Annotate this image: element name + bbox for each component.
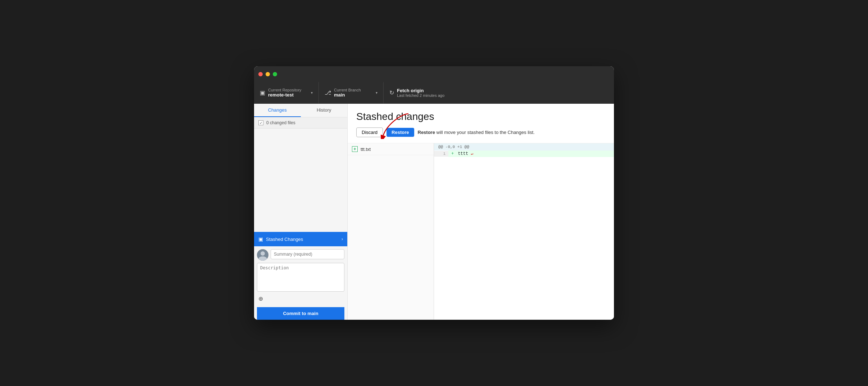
sidebar-tabs: Changes History <box>254 104 347 117</box>
commit-button[interactable]: Commit to main <box>257 307 344 320</box>
close-button[interactable] <box>258 72 263 76</box>
diff-file-item[interactable]: + ttt.txt <box>348 143 434 155</box>
repo-name: remote-test <box>268 92 301 98</box>
sidebar: Changes History ✓ 0 changed files ▣ Stas… <box>254 104 348 320</box>
diff-file-list: + ttt.txt <box>348 143 434 320</box>
restore-button[interactable]: Restore <box>386 128 414 137</box>
diff-content: @@ -0,0 +1 @@ 1 + tttt ↵ <box>434 143 614 320</box>
branch-chevron-icon: ▾ <box>376 91 378 95</box>
repo-icon: ▣ <box>260 89 265 96</box>
stashed-changes-title: Stashed changes <box>356 111 605 122</box>
restore-description: Restore will move your stashed files to … <box>418 130 535 135</box>
diff-line-text: tttt <box>458 151 468 156</box>
commit-description-textarea[interactable] <box>257 263 344 292</box>
commit-area: ⊕ Commit to main <box>254 246 347 320</box>
select-all-checkbox[interactable]: ✓ <box>258 120 263 125</box>
changed-files-bar: ✓ 0 changed files <box>254 117 347 129</box>
stash-arrow-icon: › <box>342 237 343 242</box>
diff-line-content: + tttt ↵ <box>448 151 614 157</box>
content-header: Stashed changes Discard Restore Restore … <box>348 104 614 143</box>
svg-point-1 <box>261 251 265 256</box>
titlebar <box>254 66 614 82</box>
fetch-label: Fetch origin <box>397 88 444 93</box>
toolbar: ▣ Current Repository remote-test ▾ ⎇ Cur… <box>254 82 614 104</box>
branch-label: Current Branch <box>334 88 361 92</box>
maximize-button[interactable] <box>273 72 277 76</box>
fetch-sub-label: Last fetched 2 minutes ago <box>397 93 444 98</box>
repo-chevron-icon: ▾ <box>311 91 313 95</box>
repo-label: Current Repository <box>268 88 301 92</box>
add-coauthor-button[interactable]: ⊕ <box>257 294 344 304</box>
stashed-changes-label: Stashed Changes <box>266 237 303 242</box>
minimize-button[interactable] <box>266 72 270 76</box>
current-repository-section[interactable]: ▣ Current Repository remote-test ▾ <box>254 82 319 103</box>
action-row: Discard Restore Restore will move your s… <box>356 127 605 137</box>
tab-changes[interactable]: Changes <box>254 104 301 117</box>
tab-history[interactable]: History <box>301 104 348 117</box>
changed-files-count: 0 changed files <box>266 120 295 125</box>
fetch-icon: ↻ <box>389 89 394 96</box>
main-layout: Changes History ✓ 0 changed files ▣ Stas… <box>254 104 614 320</box>
branch-icon: ⎇ <box>325 89 331 96</box>
added-file-icon: + <box>352 146 358 152</box>
discard-button[interactable]: Discard <box>356 127 383 137</box>
diff-sign-icon: + <box>451 151 454 156</box>
stashed-changes-bar[interactable]: ▣ Stashed Changes › <box>254 232 347 246</box>
diff-area: + ttt.txt @@ -0,0 +1 @@ 1 + tttt ↵ <box>348 143 614 320</box>
diff-line-number: 1 <box>434 151 448 157</box>
main-content: Stashed changes Discard Restore Restore … <box>348 104 614 320</box>
current-branch-section[interactable]: ⎇ Current Branch main ▾ <box>319 82 384 103</box>
app-window: ▣ Current Repository remote-test ▾ ⎇ Cur… <box>254 66 614 320</box>
diff-line-eol-icon: ↵ <box>471 152 473 156</box>
diff-line-1: 1 + tttt ↵ <box>434 151 614 157</box>
commit-row <box>257 249 344 261</box>
avatar <box>257 249 268 261</box>
fetch-origin-section[interactable]: ↻ Fetch origin Last fetched 2 minutes ag… <box>384 82 614 103</box>
sidebar-file-list <box>254 129 347 232</box>
commit-summary-input[interactable] <box>271 249 344 259</box>
restore-keyword: Restore <box>418 130 435 135</box>
stash-icon: ▣ <box>258 236 263 242</box>
branch-name: main <box>334 92 361 98</box>
diff-filename: ttt.txt <box>361 147 371 152</box>
diff-hunk-header: @@ -0,0 +1 @@ <box>434 143 614 151</box>
